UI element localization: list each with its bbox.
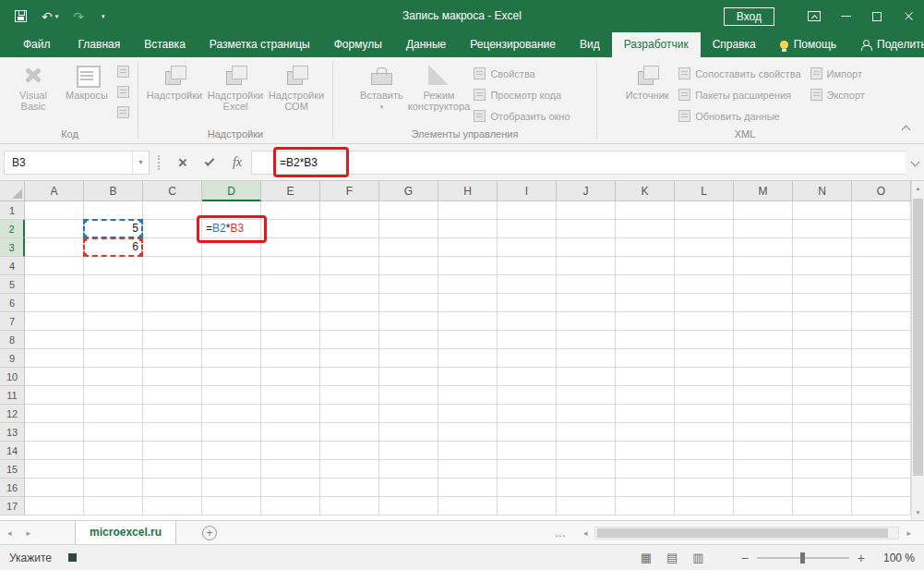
cell-J15[interactable] bbox=[557, 460, 616, 479]
cell-B9[interactable] bbox=[84, 349, 143, 368]
cell-D6[interactable] bbox=[202, 294, 261, 312]
cell-O5[interactable] bbox=[852, 275, 911, 294]
cell-F9[interactable] bbox=[320, 349, 379, 368]
save-button[interactable] bbox=[15, 10, 27, 22]
tab-help[interactable]: Справка bbox=[701, 32, 768, 57]
cell-D7[interactable] bbox=[202, 312, 261, 331]
cell-O4[interactable] bbox=[852, 257, 911, 275]
tab-insert[interactable]: Вставка bbox=[132, 32, 198, 57]
horizontal-scrollbar-thumb[interactable] bbox=[597, 528, 888, 538]
cell-L8[interactable] bbox=[675, 331, 734, 349]
cell-E16[interactable] bbox=[261, 479, 320, 497]
cell-G12[interactable] bbox=[379, 405, 438, 423]
cell-I6[interactable] bbox=[498, 294, 557, 312]
cell-G1[interactable] bbox=[379, 201, 438, 220]
cell-H1[interactable] bbox=[438, 201, 498, 220]
cell-K4[interactable] bbox=[616, 257, 675, 275]
cell-G7[interactable] bbox=[379, 312, 438, 331]
cell-E15[interactable] bbox=[261, 460, 320, 479]
cell-O13[interactable] bbox=[852, 423, 911, 442]
cell-L5[interactable] bbox=[675, 275, 734, 294]
cell-H6[interactable] bbox=[438, 294, 498, 312]
cell-J14[interactable] bbox=[557, 442, 616, 460]
cell-E13[interactable] bbox=[261, 423, 320, 442]
cell-K6[interactable] bbox=[616, 294, 675, 312]
cell-A7[interactable] bbox=[25, 312, 84, 331]
row-header-15[interactable]: 15 bbox=[0, 460, 25, 479]
column-header-I[interactable]: I bbox=[498, 181, 557, 201]
column-header-K[interactable]: K bbox=[616, 181, 675, 201]
cell-N7[interactable] bbox=[793, 312, 852, 331]
cell-A4[interactable] bbox=[25, 257, 84, 275]
cell-L14[interactable] bbox=[675, 442, 734, 460]
row-header-8[interactable]: 8 bbox=[0, 331, 25, 349]
cell-K1[interactable] bbox=[616, 201, 675, 220]
cell-J8[interactable] bbox=[557, 331, 616, 349]
cell-I9[interactable] bbox=[498, 349, 557, 368]
cell-D13[interactable] bbox=[202, 423, 261, 442]
cell-I2[interactable] bbox=[498, 220, 557, 238]
cell-M16[interactable] bbox=[734, 479, 793, 497]
zoom-in-button[interactable]: + bbox=[858, 551, 865, 565]
cell-N14[interactable] bbox=[793, 442, 852, 460]
cell-G11[interactable] bbox=[379, 386, 438, 405]
cell-O16[interactable] bbox=[852, 479, 911, 497]
cell-N1[interactable] bbox=[793, 201, 852, 220]
cell-I14[interactable] bbox=[498, 442, 557, 460]
cell-M8[interactable] bbox=[734, 331, 793, 349]
cell-I10[interactable] bbox=[498, 368, 557, 386]
cell-D1[interactable] bbox=[202, 201, 261, 220]
cell-K7[interactable] bbox=[616, 312, 675, 331]
column-header-F[interactable]: F bbox=[320, 181, 379, 201]
redo-button[interactable]: ↷ bbox=[73, 10, 84, 23]
cell-B2[interactable]: 5 bbox=[84, 220, 143, 238]
cell-H8[interactable] bbox=[438, 331, 498, 349]
cell-L6[interactable] bbox=[675, 294, 734, 312]
cell-F4[interactable] bbox=[320, 257, 379, 275]
column-header-B[interactable]: B bbox=[84, 181, 143, 201]
cell-H2[interactable] bbox=[438, 220, 498, 238]
row-header-10[interactable]: 10 bbox=[0, 368, 25, 386]
expand-formula-bar-button[interactable] bbox=[906, 151, 924, 175]
cell-F16[interactable] bbox=[320, 479, 379, 497]
zoom-level-button[interactable]: 100 % bbox=[870, 552, 915, 564]
cell-N10[interactable] bbox=[793, 368, 852, 386]
row-header-5[interactable]: 5 bbox=[0, 275, 25, 294]
cell-H9[interactable] bbox=[438, 349, 498, 368]
cell-H5[interactable] bbox=[438, 275, 498, 294]
cell-B1[interactable] bbox=[84, 201, 143, 220]
cell-O6[interactable] bbox=[852, 294, 911, 312]
row-header-6[interactable]: 6 bbox=[0, 294, 25, 312]
cell-A2[interactable] bbox=[25, 220, 84, 238]
cell-H7[interactable] bbox=[438, 312, 498, 331]
minimize-button[interactable] bbox=[830, 0, 861, 32]
cell-F2[interactable] bbox=[320, 220, 379, 238]
cell-H17[interactable] bbox=[438, 497, 498, 515]
cell-I8[interactable] bbox=[498, 331, 557, 349]
cell-K8[interactable] bbox=[616, 331, 675, 349]
properties-button[interactable]: Свойства bbox=[469, 63, 574, 84]
column-header-A[interactable]: A bbox=[25, 181, 84, 201]
stop-recording-button[interactable] bbox=[68, 553, 77, 562]
cell-M2[interactable] bbox=[734, 220, 793, 238]
cell-E1[interactable] bbox=[261, 201, 320, 220]
cell-N3[interactable] bbox=[793, 238, 852, 257]
cell-H11[interactable] bbox=[438, 386, 498, 405]
zoom-out-button[interactable]: − bbox=[741, 551, 749, 565]
cell-L13[interactable] bbox=[675, 423, 734, 442]
cell-I16[interactable] bbox=[498, 479, 557, 497]
cell-B5[interactable] bbox=[84, 275, 143, 294]
row-header-4[interactable]: 4 bbox=[0, 257, 25, 275]
cell-G3[interactable] bbox=[379, 238, 438, 257]
cell-D8[interactable] bbox=[202, 331, 261, 349]
cell-L4[interactable] bbox=[675, 257, 734, 275]
column-header-L[interactable]: L bbox=[675, 181, 734, 201]
hscroll-right-button[interactable]: ▸ bbox=[899, 528, 918, 538]
sign-in-button[interactable]: Вход bbox=[724, 7, 774, 26]
cell-B12[interactable] bbox=[84, 405, 143, 423]
cell-N15[interactable] bbox=[793, 460, 852, 479]
qat-customize-button[interactable]: ▾ bbox=[99, 10, 105, 23]
com-addins-button[interactable]: Надстройки COM bbox=[266, 59, 327, 126]
cell-M15[interactable] bbox=[734, 460, 793, 479]
cell-J10[interactable] bbox=[557, 368, 616, 386]
